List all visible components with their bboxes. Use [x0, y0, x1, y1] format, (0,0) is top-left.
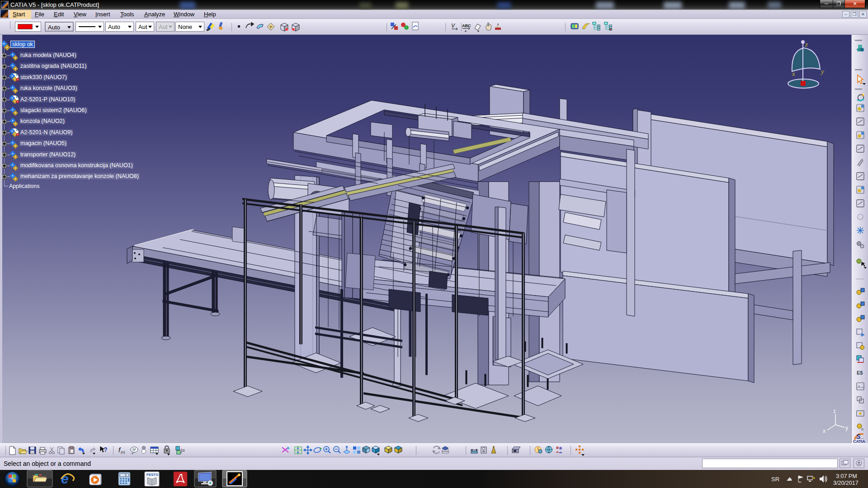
- svg-text:SR: SR: [771, 476, 779, 483]
- svg-text:E$: E$: [857, 370, 863, 375]
- svg-text:x: x: [823, 428, 826, 434]
- svg-text:A↔: A↔: [858, 385, 864, 389]
- svg-text:CATIA: CATIA: [853, 439, 865, 443]
- svg-text:(x): (x): [121, 450, 125, 454]
- svg-text:?: ?: [104, 446, 108, 453]
- svg-text:z: z: [805, 41, 808, 48]
- svg-text:3/20/2017: 3/20/2017: [833, 480, 859, 486]
- svg-text:ABC: ABC: [462, 23, 471, 28]
- svg-text:}=: }=: [181, 448, 185, 453]
- svg-text:n: n: [861, 427, 863, 432]
- svg-text:x: x: [792, 70, 795, 77]
- svg-text:3:07 PM: 3:07 PM: [836, 473, 857, 479]
- svg-text:y: y: [820, 68, 824, 75]
- svg-text:V: V: [451, 23, 455, 29]
- svg-text:!: !: [813, 477, 814, 480]
- svg-text:y: y: [845, 425, 848, 431]
- svg-text:z: z: [833, 408, 836, 414]
